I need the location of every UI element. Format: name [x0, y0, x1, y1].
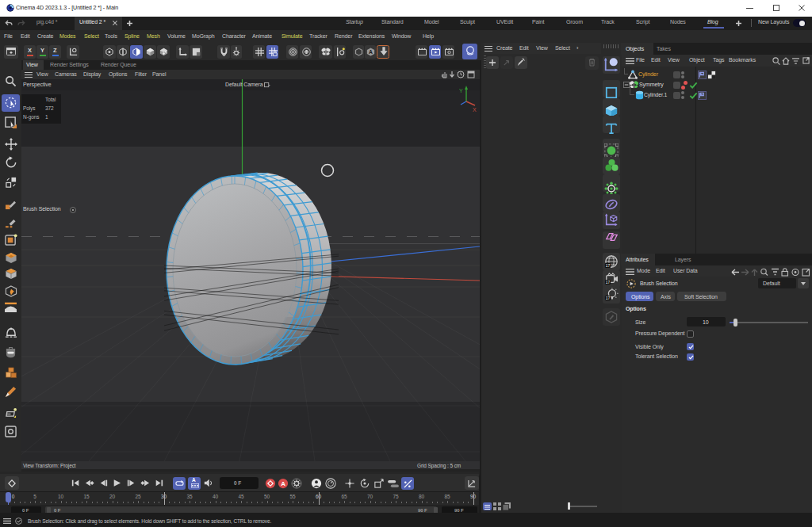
svg-text:17: 17	[606, 264, 611, 268]
svg-text:Y: Y	[459, 88, 463, 94]
svg-text:17: 17	[606, 281, 611, 285]
svg-text:X: X	[473, 107, 477, 113]
svg-text:A: A	[281, 480, 285, 487]
svg-text:17: 17	[606, 296, 611, 300]
svg-text:A: A	[369, 49, 373, 55]
